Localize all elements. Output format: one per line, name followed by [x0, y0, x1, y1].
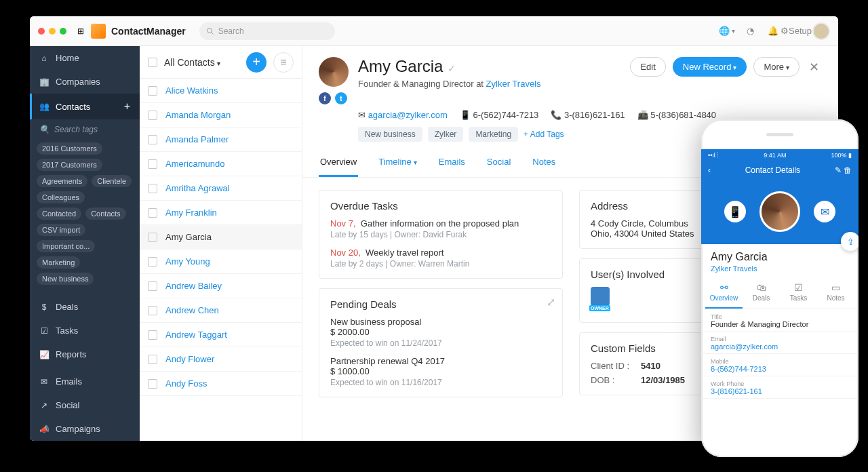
edit-button[interactable]: Edit	[630, 57, 665, 77]
mobile-company-link[interactable]: Zylker Travels	[701, 264, 859, 278]
facebook-icon[interactable]: f	[319, 92, 331, 104]
mobile-tab-tasks[interactable]: ☑Tasks	[780, 278, 817, 309]
new-record-button[interactable]: New Record▾	[673, 57, 747, 77]
tab-notes[interactable]: Notes	[531, 149, 557, 177]
row-checkbox[interactable]	[148, 379, 157, 389]
mobile-field-workphone[interactable]: Work Phone3-(816)621-161	[701, 376, 859, 399]
contact-list-item[interactable]: Amy Young	[140, 250, 302, 274]
nav-reports[interactable]: 📈Reports	[30, 342, 140, 366]
tag-search-input[interactable]: 🔍Search tags	[30, 119, 140, 140]
sidebar-tag[interactable]: 2017 Customers	[37, 159, 102, 171]
sidebar-tag[interactable]: Colleagues	[37, 191, 85, 203]
contact-list-item[interactable]: Andy Foss	[140, 372, 302, 396]
contact-list-item[interactable]: Andrew Bailey	[140, 274, 302, 298]
sidebar-tag[interactable]: Marketing	[37, 256, 80, 269]
contact-list-item[interactable]: Alice Watkins	[140, 79, 302, 103]
contact-list-item[interactable]: Amy Garcia	[140, 225, 302, 250]
tag-chip[interactable]: Zylker	[428, 127, 464, 142]
mobile-tab-deals[interactable]: 🛍Deals	[743, 278, 780, 309]
nav-tasks[interactable]: ☑Tasks	[30, 319, 140, 342]
add-tags-link[interactable]: + Add Tags	[524, 130, 564, 139]
back-icon[interactable]: ‹	[708, 165, 711, 175]
list-options-icon[interactable]: ≡	[273, 52, 294, 73]
contact-company-link[interactable]: Zylker Travels	[486, 79, 541, 89]
minimize-window-icon[interactable]	[49, 28, 56, 35]
nav-emails[interactable]: ✉Emails	[30, 370, 140, 393]
nav-contacts[interactable]: 👥Contacts +	[30, 94, 140, 119]
bell-icon[interactable]: 🔔	[766, 24, 780, 38]
sidebar-tag[interactable]: Agreements	[37, 175, 87, 187]
nav-companies[interactable]: 🏢Companies	[30, 70, 140, 94]
globe-icon[interactable]: 🌐▾	[720, 24, 734, 38]
row-checkbox[interactable]	[148, 330, 157, 340]
twitter-icon[interactable]: t	[335, 92, 347, 104]
mobile-tab-overview[interactable]: ⚯Overview	[705, 278, 743, 309]
owner-avatar[interactable]	[591, 287, 610, 306]
user-avatar[interactable]	[812, 22, 830, 40]
close-window-icon[interactable]	[38, 28, 45, 35]
contact-list-item[interactable]: Amanda Morgan	[140, 103, 302, 127]
sidebar-tag[interactable]: Contacted	[37, 208, 81, 220]
tab-social[interactable]: Social	[486, 149, 512, 177]
nav-home[interactable]: ⌂Home	[30, 46, 140, 70]
mobile-tab-notes[interactable]: ▭Notes	[817, 278, 854, 309]
tab-overview[interactable]: Overview	[319, 149, 358, 177]
share-icon[interactable]: ⇪	[841, 232, 859, 251]
tag-chip[interactable]: New business	[358, 127, 422, 142]
row-checkbox[interactable]	[148, 184, 157, 193]
nav-deals[interactable]: $Deals	[30, 295, 140, 319]
setup-link[interactable]: ⚙ Setup	[789, 24, 803, 38]
mobile-phone[interactable]: 📱 6-(562)744-7213	[460, 110, 538, 120]
home-icon: ⌂	[39, 54, 49, 63]
clock-icon[interactable]: ◔	[743, 24, 757, 38]
row-checkbox[interactable]	[148, 355, 157, 364]
select-all-checkbox[interactable]	[148, 58, 157, 67]
work-phone[interactable]: 📞 3-(816)621-161	[551, 110, 625, 120]
row-checkbox[interactable]	[148, 257, 157, 267]
sidebar-tag[interactable]: Contacts	[85, 208, 125, 220]
nav-campaigns[interactable]: 📣Campaigns	[30, 417, 140, 441]
row-checkbox[interactable]	[148, 86, 157, 96]
row-checkbox[interactable]	[148, 111, 157, 120]
expand-icon[interactable]: ⤢	[547, 296, 555, 309]
sidebar-tag[interactable]: CSV import	[37, 224, 85, 236]
sidebar-tag[interactable]: 2016 Customers	[37, 142, 102, 155]
close-panel-icon[interactable]: ✕	[806, 57, 822, 77]
row-checkbox[interactable]	[148, 233, 157, 242]
global-search-input[interactable]: Search	[199, 22, 335, 40]
sidebar-tag[interactable]: Clientele	[92, 175, 132, 187]
maximize-window-icon[interactable]	[60, 28, 66, 35]
fax-phone[interactable]: 📠 5-(836)681-4840	[637, 110, 716, 120]
more-button[interactable]: More▾	[753, 57, 800, 77]
row-checkbox[interactable]	[148, 135, 157, 144]
app-grid-icon[interactable]: ⊞	[76, 26, 85, 36]
email-link[interactable]: ✉ agarcia@zylker.com	[358, 110, 448, 120]
tab-timeline[interactable]: Timeline▾	[377, 149, 418, 177]
add-contact-icon[interactable]: +	[124, 100, 130, 113]
nav-social[interactable]: ↗Social	[30, 393, 140, 417]
contact-list-item[interactable]: Amritha Agrawal	[140, 176, 302, 201]
call-icon[interactable]: 📱	[724, 201, 746, 222]
contact-list-item[interactable]: Andrew Taggart	[140, 323, 302, 347]
contact-list-item[interactable]: Andrew Chen	[140, 298, 302, 323]
row-checkbox[interactable]	[148, 159, 157, 169]
tab-emails[interactable]: Emails	[437, 149, 467, 177]
message-icon[interactable]: ✉	[814, 201, 835, 222]
list-filter-dropdown[interactable]: All Contacts▾	[164, 57, 239, 68]
row-checkbox[interactable]	[148, 208, 157, 218]
contact-list-item[interactable]: Amanda Palmer	[140, 127, 302, 152]
add-button[interactable]: +	[246, 52, 267, 73]
mobile-field-email[interactable]: Emailagarcia@zylker.com	[701, 332, 859, 354]
sidebar-tag[interactable]: Important co...	[37, 240, 95, 252]
contact-list-item[interactable]: Amy Franklin	[140, 201, 302, 225]
contact-list-item[interactable]: Andy Flower	[140, 347, 302, 372]
row-checkbox[interactable]	[148, 306, 157, 315]
mobile-field-mobile[interactable]: Mobile6-(562)744-7213	[701, 354, 859, 376]
mobile-preview: ••ıl ⵗ9:41 AM100% ▮ ‹ Contact Details ✎ …	[701, 119, 859, 457]
tag-chip[interactable]: Marketing	[469, 127, 518, 142]
delete-icon[interactable]: 🗑	[844, 165, 852, 175]
contact-list-item[interactable]: Americamundo	[140, 152, 302, 176]
edit-icon[interactable]: ✎	[835, 165, 842, 175]
row-checkbox[interactable]	[148, 281, 157, 291]
sidebar-tag[interactable]: New business	[37, 273, 94, 285]
